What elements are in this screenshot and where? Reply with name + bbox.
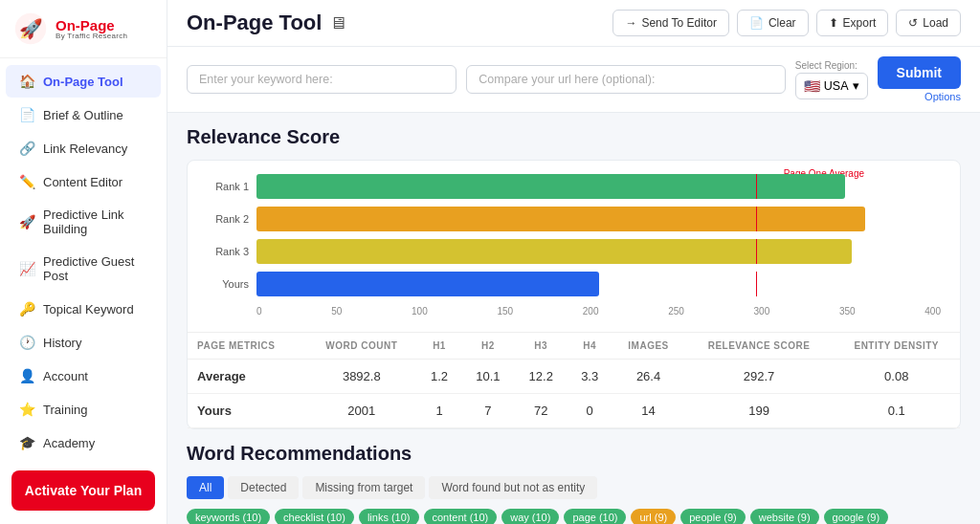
page-title: On-Page Tool bbox=[187, 11, 322, 35]
activate-plan-button[interactable]: Activate Your Plan bbox=[11, 470, 155, 511]
compare-url-input[interactable] bbox=[466, 65, 786, 94]
word-tag[interactable]: keywords (10) bbox=[187, 509, 270, 524]
table-cell-3: 7 bbox=[461, 394, 514, 428]
export-button[interactable]: ⬆ Export bbox=[816, 10, 889, 36]
clear-button[interactable]: 📄 Clear bbox=[737, 10, 809, 36]
nav-label-link-relevancy: Link Relevancy bbox=[43, 142, 127, 156]
region-select[interactable]: 🇺🇸 USA ▾ bbox=[795, 73, 868, 99]
nav-icon-link-relevancy: 🔗 bbox=[19, 141, 34, 156]
x-tick: 300 bbox=[754, 306, 770, 317]
table-cell-7: 292.7 bbox=[685, 360, 834, 394]
sidebar-item-history[interactable]: 🕐History bbox=[6, 326, 161, 359]
sidebar-item-academy[interactable]: 🎓Academy bbox=[6, 426, 161, 459]
word-tag[interactable]: links (10) bbox=[359, 509, 419, 524]
bar-track-0 bbox=[256, 174, 941, 199]
tags-row-1: keywords (10)checklist (10)links (10)con… bbox=[187, 509, 961, 524]
word-tag[interactable]: checklist (10) bbox=[275, 509, 354, 524]
sidebar-footer: Activate Your Plan bbox=[0, 461, 167, 524]
monitor-icon: 🖥 bbox=[329, 13, 346, 33]
col-h4: H4 bbox=[568, 333, 612, 360]
sidebar-item-training[interactable]: ⭐Training bbox=[6, 393, 161, 426]
word-tag[interactable]: google (9) bbox=[824, 509, 889, 524]
nav-icon-predictive-guest: 📈 bbox=[19, 261, 34, 276]
bar-track-1 bbox=[256, 207, 941, 231]
nav-label-on-page-tool: On-Page Tool bbox=[43, 75, 123, 89]
table-cell-3: 10.1 bbox=[461, 360, 514, 394]
sidebar-item-brief-outline[interactable]: 📄Brief & Outline bbox=[6, 98, 161, 131]
nav-icon-account: 👤 bbox=[19, 368, 34, 383]
bar-track-2 bbox=[256, 239, 941, 264]
word-rec-tab[interactable]: Word found but not as entity bbox=[429, 476, 597, 499]
word-rec-tab[interactable]: Missing from target bbox=[302, 476, 425, 499]
sidebar-item-content-editor[interactable]: ✏️Content Editor bbox=[6, 165, 161, 198]
word-tag[interactable]: url (9) bbox=[631, 509, 676, 524]
nav-icon-academy: 🎓 bbox=[19, 435, 34, 450]
bar-chart: Rank 1Rank 2Rank 3Yours bbox=[207, 174, 941, 296]
bar-label-2: Rank 3 bbox=[207, 246, 249, 257]
nav-icon-training: ⭐ bbox=[19, 402, 34, 417]
chevron-down-icon: ▾ bbox=[853, 78, 859, 93]
nav-label-account: Account bbox=[43, 369, 88, 383]
bar-label-1: Rank 2 bbox=[207, 213, 249, 225]
bar-fill-1 bbox=[256, 207, 865, 231]
sidebar-item-on-page-tool[interactable]: 🏠On-Page Tool bbox=[6, 65, 161, 98]
table-cell-6: 26.4 bbox=[612, 360, 684, 394]
bar-row-1: Rank 2 bbox=[207, 207, 941, 231]
nav-icon-topical-keyword: 🔑 bbox=[19, 301, 34, 317]
sidebar-item-predictive-link[interactable]: 🚀Predictive Link Building bbox=[6, 199, 161, 245]
sidebar-item-predictive-guest[interactable]: 📈Predictive Guest Post bbox=[6, 246, 161, 292]
word-tag[interactable]: people (9) bbox=[680, 509, 746, 524]
bar-row-0: Rank 1 bbox=[207, 174, 941, 199]
x-tick: 150 bbox=[497, 306, 513, 317]
col-h1: H1 bbox=[417, 333, 461, 360]
nav-icon-on-page-tool: 🏠 bbox=[19, 74, 34, 89]
nav-label-predictive-guest: Predictive Guest Post bbox=[43, 254, 147, 283]
bar-label-3: Yours bbox=[207, 278, 249, 290]
nav-label-predictive-link: Predictive Link Building bbox=[43, 207, 147, 236]
region-value: USA bbox=[824, 79, 849, 93]
svg-text:🚀: 🚀 bbox=[19, 17, 43, 40]
logo-tagline: By Traffic Research bbox=[56, 33, 127, 40]
bar-row-2: Rank 3 bbox=[207, 239, 941, 264]
sidebar-item-account[interactable]: 👤Account bbox=[6, 360, 161, 392]
word-tag[interactable]: website (9) bbox=[750, 509, 819, 524]
sidebar: 🚀 On-Page By Traffic Research 🏠On-Page T… bbox=[0, 0, 167, 524]
options-link[interactable]: Options bbox=[924, 91, 961, 102]
send-to-editor-button[interactable]: → Send To Editor bbox=[612, 10, 729, 36]
sidebar-item-topical-keyword[interactable]: 🔑Topical Keyword bbox=[6, 293, 161, 325]
word-rec-tab[interactable]: All bbox=[187, 476, 224, 499]
table-cell-2: 1 bbox=[417, 394, 461, 428]
load-button[interactable]: ↺ Load bbox=[896, 10, 961, 36]
word-tag[interactable]: page (10) bbox=[564, 509, 626, 524]
col-entity-density: ENTITY DENSITY bbox=[833, 333, 960, 360]
metrics-table: PAGE METRICS WORD COUNT H1 H2 H3 H4 IMAG… bbox=[188, 332, 960, 428]
relevance-score-card: Page One Average Rank 1Rank 2Rank 3Yours… bbox=[187, 160, 961, 429]
keyword-input[interactable] bbox=[187, 65, 457, 94]
bar-row-3: Yours bbox=[207, 272, 941, 296]
submit-wrap: Submit Options bbox=[878, 56, 961, 102]
word-tag[interactable]: content (10) bbox=[424, 509, 498, 524]
table-cell-4: 72 bbox=[515, 394, 568, 428]
page-one-line bbox=[756, 272, 757, 296]
region-label: Select Region: bbox=[795, 60, 858, 71]
table-cell-7: 199 bbox=[685, 394, 834, 428]
nav-icon-history: 🕐 bbox=[19, 335, 34, 350]
table-row: Average3892.81.210.112.23.326.4292.70.08 bbox=[188, 360, 960, 394]
page-title-wrap: On-Page Tool 🖥 bbox=[187, 11, 346, 35]
sidebar-item-link-relevancy[interactable]: 🔗Link Relevancy bbox=[6, 132, 161, 164]
submit-button[interactable]: Submit bbox=[878, 56, 961, 89]
nav-label-content-editor: Content Editor bbox=[43, 175, 122, 189]
nav-label-topical-keyword: Topical Keyword bbox=[43, 302, 134, 317]
logo-icon: 🚀 bbox=[13, 11, 48, 46]
relevance-score-title: Relevance Score bbox=[187, 126, 961, 148]
x-tick: 50 bbox=[331, 306, 342, 317]
header-actions: → Send To Editor 📄 Clear ⬆ Export ↺ Load bbox=[612, 10, 961, 36]
bar-fill-2 bbox=[256, 239, 852, 264]
word-recommendations-section: Word Recommendations AllDetectedMissing … bbox=[187, 443, 961, 524]
nav-label-academy: Academy bbox=[43, 436, 95, 450]
word-rec-tab[interactable]: Detected bbox=[228, 476, 299, 499]
word-tag[interactable]: way (10) bbox=[501, 509, 559, 524]
nav-label-brief-outline: Brief & Outline bbox=[43, 108, 123, 122]
region-wrap: Select Region: 🇺🇸 USA ▾ bbox=[795, 60, 868, 99]
x-tick: 0 bbox=[256, 306, 262, 317]
